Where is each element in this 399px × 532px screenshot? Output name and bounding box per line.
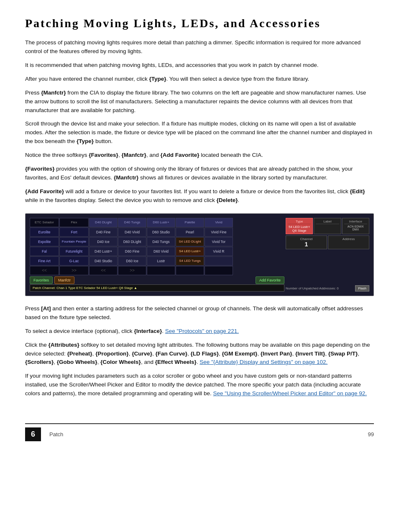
dev-futurelight[interactable]: Futurelight [59,247,89,256]
mfr-col2-header: Flex [59,218,89,227]
dev-vividfine[interactable]: Vivid Fine [205,228,233,237]
paragraph-11: Click the {Attributes} softkey to set de… [25,341,374,367]
dev-d60ice[interactable]: D60 Ice [118,256,146,266]
address-label: Address [330,237,367,241]
channel-value: 1 [288,241,325,248]
dev-lustr[interactable]: Lustr [147,256,175,266]
fixture-screen: ETC Selador Flex D40 DLight D40 Tungs D6… [25,213,374,296]
interface-label: Interface [344,220,367,224]
nav-next-dev[interactable]: >> [118,266,146,275]
dev-vividtor[interactable]: Vivid Tor [205,237,233,246]
protocols-link[interactable]: See "Protocols" on page 221. [165,328,239,334]
dev-d60dlight[interactable]: D60 DLight [118,237,146,246]
paragraph-12: If your moving light includes parameters… [25,372,374,398]
nav-prev-mfr[interactable]: << [30,266,59,275]
dev-pearl[interactable]: Pearl [176,228,204,237]
dev-fort[interactable]: Fort [59,228,89,237]
paragraph-7: {Favorites} provides you with the option… [25,165,374,182]
paragraph-4: Press {Manfctr} from the CIA to display … [25,89,374,115]
dev-d60studio[interactable]: D60 Studio [147,228,175,237]
nav-empty2 [176,266,204,275]
favorites-softkey[interactable]: Favorites [30,276,53,284]
dev-d40studio[interactable]: D40 Studio [89,256,118,266]
nav-next-mfr[interactable]: >> [59,266,89,275]
interface-value: ACN EDM/X DMX [344,225,367,231]
channel-label: Channel [288,237,325,241]
dev-s4leddlight[interactable]: S4 LED DLight [176,237,204,246]
nav-empty1 [147,266,175,275]
dev-glac[interactable]: G-Lac [59,256,89,266]
mfr-fal[interactable]: Fal [30,247,59,256]
page-number: 99 [368,431,374,437]
dev-col1-header: D40 DLight [89,218,118,227]
dev-d40tungs2[interactable]: D40 Tungs [147,237,175,246]
mfr-col1-header: ETC Selador [30,218,59,227]
type-bold: {Type} [149,76,166,82]
dev-empty [205,256,233,266]
mfr-eurolite[interactable]: Eurolite [30,228,59,237]
dev-d40vivid[interactable]: D40 Vivid [118,228,146,237]
nav-prev-dev[interactable]: << [89,266,118,275]
dev-vividr[interactable]: Vivid R [205,247,233,256]
dev-d60vivid[interactable]: D60 Vivid [147,247,175,256]
add-favorite-softkey[interactable]: Add Favorite [256,276,284,284]
paragraph-9: Press [At] and then enter a starting add… [25,304,374,322]
dev-d40lustr[interactable]: D40 Lustr+ [89,247,118,256]
paragraph-3: After you have entered the channel numbe… [25,75,374,84]
dev-fountainpeople[interactable]: Fountain People [59,237,89,246]
dev-col3-header: D60 Lustr+ [147,218,175,227]
scroller-picker-link[interactable]: See "Using the Scroller/Wheel Picker and… [213,390,367,396]
footer-section-label: Patch [49,431,63,437]
mfr-expolite[interactable]: Expolite [30,237,59,246]
paragraph-5: Scroll through the device list and make … [25,120,374,146]
paragraph-1: The process of patching moving lights re… [25,38,374,56]
nav-empty3 [205,266,233,275]
mfr-fineart[interactable]: Fine Art [30,256,59,266]
type-label: Type [288,220,311,224]
dev-s4ledlustr[interactable]: S4 LED Lustr+ [176,247,204,256]
dev-d40ice[interactable]: D40 Ice [89,237,118,246]
paragraph-6: Notice the three softkeys {Favorites}, {… [25,151,374,160]
label-label: Label [316,220,339,224]
dev-col2-header: D40 Tungs [118,218,146,227]
manfctr-softkey[interactable]: Manfctr [54,276,74,284]
flash-button[interactable]: Flash [355,285,369,292]
paragraph-8: {Add Favorite} will add a fixture or dev… [25,187,374,205]
dev-col5-header: Vivid [205,218,233,227]
dev-d40fine[interactable]: D40 Fine [89,228,118,237]
chapter-badge: 6 [25,427,41,441]
dev-col4-header: Palette [176,218,204,227]
dev-d60fine[interactable]: D60 Fine [118,247,146,256]
paragraph-10: To select a device interface (optional),… [25,327,374,336]
attribute-display-link[interactable]: See "{Attribute} Display and Settings" o… [200,359,327,365]
page-title: Patching Moving Lights, LEDs, and Access… [25,17,374,30]
unpatch-label: Number of Unpatched Addresses: 0 [286,286,339,290]
command-line: Patch Channel: Chan 1 Type ETC Selador 5… [30,284,284,292]
paragraph-2: It is recommended that when patching mov… [25,61,374,70]
type-value: 54 LED Lustr+ Q6 Stage [288,225,311,233]
dev-s4ledtungs[interactable]: S4 LED Tungs [176,256,204,266]
